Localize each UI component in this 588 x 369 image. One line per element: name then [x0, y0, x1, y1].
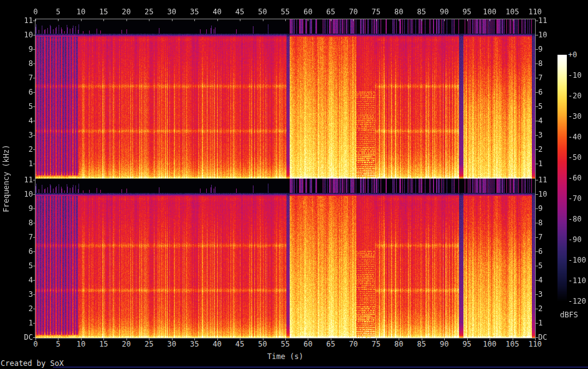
freq-tick — [33, 164, 36, 164]
freq-tick-label: 6 — [538, 88, 543, 96]
freq-tick — [33, 337, 36, 338]
freq-tick — [33, 237, 36, 238]
freq-tick-label: 8 — [12, 218, 33, 227]
freq-tick — [33, 149, 36, 150]
time-tick — [36, 19, 36, 21]
time-tick-label: 70 — [349, 340, 358, 348]
time-tick-label: 90 — [440, 7, 448, 16]
freq-tick-label: 4 — [538, 116, 543, 125]
freq-tick-label: 6 — [12, 88, 33, 96]
freq-tick-label: 8 — [538, 59, 543, 68]
freq-tick — [33, 63, 36, 64]
freq-tick-label: 1 — [12, 319, 33, 327]
freq-tick-label: 4 — [538, 276, 543, 284]
spectrogram-canvas-left-channel — [36, 19, 535, 179]
colorbar-tick-label: -110 — [568, 276, 586, 285]
time-tick-label: 100 — [483, 340, 496, 348]
freq-tick-label: 1 — [538, 319, 543, 327]
time-tick-label: 35 — [190, 7, 199, 16]
freq-tick — [33, 294, 36, 295]
time-tick-label: 20 — [122, 7, 131, 16]
time-tick — [58, 19, 59, 21]
freq-tick-label: 10 — [12, 190, 33, 199]
freq-tick-label: 10 — [538, 190, 547, 199]
freq-tick-label: 1 — [538, 159, 543, 168]
time-tick-label: 10 — [77, 7, 85, 16]
time-tick-label: 5 — [56, 340, 60, 348]
colorbar-gradient — [557, 55, 567, 302]
freq-tick-label: 7 — [538, 73, 543, 82]
time-tick — [308, 19, 308, 21]
colorbar-unit-label: dBFS — [560, 311, 578, 319]
time-tick-label: 105 — [506, 7, 519, 16]
left-frame-line — [35, 19, 36, 339]
time-tick-label: 30 — [167, 7, 176, 16]
colorbar-tick-label: -20 — [568, 91, 582, 100]
freq-tick-label: 1 — [12, 159, 33, 168]
time-tick-label: 85 — [417, 340, 425, 348]
freq-tick-label: 2 — [538, 304, 543, 313]
time-tick — [399, 19, 399, 21]
time-tick-label: 30 — [167, 340, 176, 348]
colorbar-tick-label: -70 — [568, 194, 582, 203]
time-tick-label: 40 — [212, 7, 221, 16]
time-tick — [353, 19, 354, 21]
colorbar-tick-label: -50 — [568, 153, 582, 162]
time-tick — [194, 19, 195, 21]
freq-tick-label: 10 — [538, 30, 547, 39]
freq-tick-label: 9 — [12, 45, 33, 54]
time-tick-label: 80 — [394, 340, 403, 348]
time-tick-label: 20 — [122, 340, 131, 348]
freq-tick-label: 7 — [12, 233, 33, 241]
colorbar-tick-label: -60 — [568, 174, 582, 182]
colorbar-tick-label: -90 — [568, 235, 582, 244]
freq-tick-label: 11 — [12, 175, 33, 184]
time-tick — [263, 19, 263, 21]
time-tick — [103, 19, 104, 21]
freq-tick-label: 8 — [538, 218, 543, 227]
freq-tick-label: 2 — [12, 304, 33, 313]
time-tick — [172, 19, 173, 21]
time-tick — [126, 19, 127, 21]
time-tick-label: 55 — [281, 340, 290, 348]
time-axis-title: Time (s) — [267, 352, 303, 361]
time-tick — [490, 19, 490, 21]
freq-tick-label: 3 — [12, 290, 33, 299]
spectrogram-canvas-right-channel — [36, 179, 535, 338]
freq-tick — [33, 208, 36, 209]
time-tick-label: 45 — [235, 7, 244, 16]
time-tick-label: 95 — [462, 7, 471, 16]
time-tick-label: 15 — [99, 7, 108, 16]
time-tick-label: 35 — [190, 340, 199, 348]
freq-tick — [33, 21, 36, 21]
freq-tick-label: 5 — [538, 102, 543, 111]
time-tick-label: 65 — [326, 340, 335, 348]
time-tick-label: 70 — [349, 7, 358, 16]
time-tick — [149, 19, 149, 21]
time-tick-label: 0 — [33, 7, 37, 16]
time-tick — [285, 19, 286, 21]
time-tick-label: 15 — [99, 340, 108, 348]
freq-tick — [33, 323, 36, 324]
time-tick — [467, 19, 468, 21]
freq-tick — [33, 135, 36, 136]
freq-tick — [33, 106, 36, 107]
time-tick-label: 25 — [145, 340, 153, 348]
time-tick-label: 50 — [258, 340, 267, 348]
freq-tick — [33, 49, 36, 50]
time-tick-label: 75 — [372, 7, 381, 16]
time-tick — [81, 19, 82, 21]
time-tick — [240, 19, 240, 21]
time-tick-label: 60 — [303, 340, 312, 348]
freq-tick-label: 7 — [12, 73, 33, 82]
time-tick-label: 110 — [528, 7, 542, 16]
freq-tick-label: 7 — [538, 233, 543, 241]
freq-tick-label: 4 — [12, 276, 33, 284]
freq-tick-label: 11 — [538, 16, 547, 25]
freq-tick — [33, 35, 36, 35]
freq-tick-label: 5 — [12, 261, 33, 270]
freq-tick — [33, 309, 36, 309]
time-tick-label: 85 — [417, 7, 425, 16]
time-tick — [513, 19, 513, 21]
freq-tick-label: 2 — [12, 145, 33, 154]
